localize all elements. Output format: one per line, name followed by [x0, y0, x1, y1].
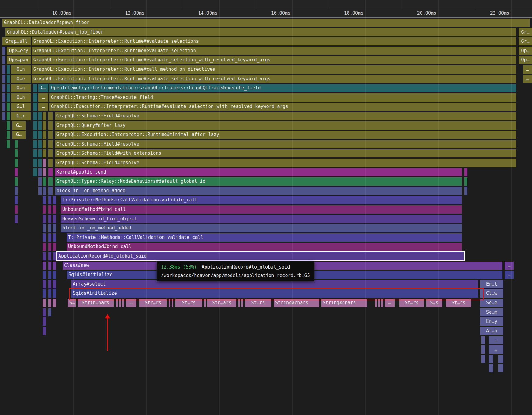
flame-frame-fragment[interactable]: [33, 168, 37, 176]
flame-frame-fragment[interactable]: [43, 262, 46, 270]
flame-frame-fragment[interactable]: [48, 112, 53, 120]
flame-frame-fragment[interactable]: [33, 121, 37, 130]
flame-frame-fragment[interactable]: [43, 140, 46, 148]
flame-frame[interactable]: …: [489, 345, 503, 354]
flame-frame[interactable]: …: [505, 271, 514, 279]
flame-frame-fragment[interactable]: [2, 93, 5, 102]
flame-frame-fragment[interactable]: [43, 280, 46, 288]
flame-frame-fragment[interactable]: [15, 140, 18, 148]
flame-frame[interactable]: …: [523, 65, 532, 74]
flame-frame[interactable]: block in _on_method_added: [61, 224, 462, 232]
flame-frame-fragment[interactable]: [15, 149, 18, 157]
flame-frame[interactable]: GraphQL::Execution::Interpreter::Runtime…: [32, 47, 516, 55]
flame-frame[interactable]: UnboundMethod#bind_call: [61, 205, 462, 214]
flame-frame[interactable]: GraphQL::Schema::Field#resolve: [55, 140, 516, 148]
flame-frame-fragment[interactable]: [43, 168, 46, 176]
flame-frame-fragment[interactable]: [53, 289, 56, 298]
flame-frame[interactable]: HeavenSchema.id_from_object: [61, 215, 462, 223]
flame-frame-fragment[interactable]: [53, 299, 56, 307]
flame-frame-fragment[interactable]: [7, 84, 10, 92]
flame-frame-fragment[interactable]: [48, 224, 51, 232]
flame-frame-fragment[interactable]: [15, 177, 18, 186]
flame-frame[interactable]: G…: [12, 121, 26, 130]
flame-frame-fragment[interactable]: [43, 205, 46, 214]
flame-frame-fragment[interactable]: [53, 205, 56, 214]
flame-frame-fragment[interactable]: [33, 93, 37, 102]
flame-frame-fragment[interactable]: [33, 103, 37, 111]
flame-frame-fragment[interactable]: [48, 299, 51, 307]
flame-frame-fragment[interactable]: [48, 121, 53, 130]
flame-frame-fragment[interactable]: [48, 271, 51, 279]
flame-frame-fragment[interactable]: [7, 103, 10, 111]
flame-frame[interactable]: …: [38, 93, 48, 102]
flame-frame-fragment[interactable]: [7, 93, 10, 102]
flame-frame[interactable]: O…e: [11, 75, 31, 83]
flame-frame-fragment[interactable]: [33, 149, 37, 157]
flame-frame-fragment[interactable]: [15, 196, 18, 204]
flame-frame-fragment[interactable]: [53, 233, 56, 242]
flame-frame-fragment[interactable]: [481, 345, 485, 354]
flame-frame-fragment[interactable]: [48, 168, 53, 176]
flame-frame-fragment[interactable]: [38, 149, 42, 157]
flame-frame-fragment[interactable]: [38, 140, 42, 148]
flame-frame-fragment[interactable]: [43, 187, 46, 195]
flame-frame[interactable]: GraphQL::Execution::Interpreter::Runtime…: [32, 65, 516, 74]
flame-frame[interactable]: Ar…h: [480, 327, 503, 335]
flame-frame[interactable]: GraphQL::Execution::Interpreter::Runtime…: [55, 131, 516, 139]
flame-frame-fragment[interactable]: [48, 289, 51, 298]
flame-frame[interactable]: GraphQL::Types::Relay::NodeBehaviors#def…: [55, 177, 462, 186]
flame-frame-fragment[interactable]: [43, 149, 46, 157]
flame-frame-fragment[interactable]: [464, 187, 467, 195]
flame-frame-fragment[interactable]: [53, 252, 56, 260]
flame-frame[interactable]: …: [38, 103, 48, 111]
flame-frame[interactable]: Op…: [519, 47, 532, 55]
flame-frame[interactable]: GraphQL::Schema::Field#resolve: [55, 112, 516, 120]
flame-frame-fragment[interactable]: [38, 121, 42, 130]
flame-frame-fragment[interactable]: [2, 65, 5, 74]
flame-frame-fragment[interactable]: [2, 75, 5, 83]
flame-frame-fragment[interactable]: [43, 308, 46, 316]
flame-frame-fragment[interactable]: [33, 131, 37, 139]
flame-frame[interactable]: OpenTelemetry::Instrumentation::GraphQL:…: [49, 84, 516, 92]
flame-frame[interactable]: GraphQL::Execution::Interpreter::Runtime…: [49, 103, 516, 111]
flame-frame-fragment[interactable]: [48, 149, 53, 157]
flame-frame-fragment[interactable]: [53, 262, 56, 270]
flame-frame-fragment[interactable]: [7, 75, 10, 83]
flame-frame[interactable]: GraphQL::Dataloader#spawn_fiber: [2, 19, 530, 27]
flame-frame-fragment[interactable]: [7, 121, 10, 130]
flame-frame-fragment[interactable]: [53, 271, 56, 279]
flame-frame-fragment[interactable]: [43, 215, 46, 223]
flame-frame-fragment[interactable]: [48, 262, 51, 270]
flame-frame[interactable]: T::Private::Methods::CallValidation.vali…: [61, 196, 462, 204]
flame-frame-fragment[interactable]: [48, 308, 51, 316]
flame-frame-fragment[interactable]: [48, 233, 51, 242]
flame-frame[interactable]: Ope…pan: [7, 56, 31, 64]
flame-frame-fragment[interactable]: [38, 168, 42, 176]
flame-frame-fragment[interactable]: [48, 252, 51, 260]
flame-frame-fragment[interactable]: [33, 159, 37, 167]
flame-frame-fragment[interactable]: [43, 112, 46, 120]
flame-frame-fragment[interactable]: [2, 112, 5, 120]
flame-frame-fragment[interactable]: [33, 140, 37, 148]
flame-frame-fragment[interactable]: [7, 65, 10, 74]
flame-frame[interactable]: Gr…: [519, 37, 532, 45]
flame-frame[interactable]: G…: [12, 131, 26, 139]
flame-frame-fragment[interactable]: [43, 327, 46, 335]
flame-frame[interactable]: G…l: [11, 103, 31, 111]
flame-frame-fragment[interactable]: [48, 205, 51, 214]
flame-frame-fragment[interactable]: [38, 131, 42, 139]
flame-frame-fragment[interactable]: [15, 159, 18, 167]
flame-frame[interactable]: GraphQL::Execution::Interpreter::Runtime…: [32, 37, 516, 45]
flame-frame-fragment[interactable]: [53, 224, 56, 232]
flame-frame[interactable]: …: [489, 336, 503, 344]
flame-frame-fragment[interactable]: [15, 168, 18, 176]
flame-frame-fragment[interactable]: [15, 187, 18, 195]
flame-frame-fragment[interactable]: [464, 177, 467, 186]
flame-frame-fragment[interactable]: [48, 215, 51, 223]
flame-frame-fragment[interactable]: [53, 243, 56, 251]
flame-frame[interactable]: O…n: [11, 84, 31, 92]
flame-frame-fragment[interactable]: [38, 177, 42, 186]
flame-frame-fragment[interactable]: [38, 159, 42, 167]
flame-frame-fragment[interactable]: [48, 196, 51, 204]
flame-frame-fragment[interactable]: [43, 252, 46, 260]
